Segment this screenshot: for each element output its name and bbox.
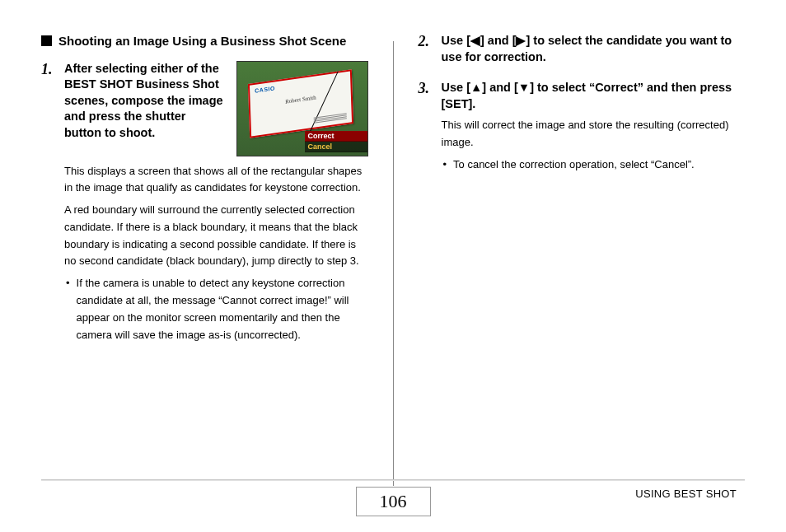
step-number: 2. — [419, 33, 435, 50]
step-3-para: This will correct the image and store th… — [442, 117, 746, 152]
bullet-icon: • — [64, 275, 70, 343]
menu-correct: Correct — [305, 131, 367, 142]
step-1-bullet-text: If the camera is unable to detect any ke… — [77, 275, 368, 343]
right-arrow-icon: ▶ — [516, 34, 526, 47]
step-1-body: This displays a screen that shows all of… — [64, 163, 368, 271]
section-heading: Shooting an Image Using a Business Shot … — [41, 33, 368, 49]
up-arrow-icon: ▲ — [470, 81, 482, 94]
column-divider — [393, 41, 394, 486]
footer-section-label: USING BEST SHOT — [635, 488, 737, 500]
menu-cancel: Cancel — [305, 142, 367, 152]
step-3-bullets: • To cancel the correction operation, se… — [442, 156, 746, 174]
step-2: 2. Use [◀] and [▶] to select the candida… — [419, 33, 746, 65]
down-arrow-icon: ▼ — [518, 81, 530, 94]
step-3: 3. Use [▲] and [▼] to select “Correct” a… — [419, 80, 746, 152]
step-1-para-1: This displays a screen that shows all of… — [64, 163, 368, 198]
step-number: 3. — [419, 80, 435, 97]
page-content: Shooting an Image Using a Business Shot … — [0, 0, 786, 469]
left-column: Shooting an Image Using a Business Shot … — [41, 33, 368, 469]
step-1-para-2: A red boundary will surround the current… — [64, 202, 368, 270]
camera-screenshot: CASIO Robert Smith Correct Cancel — [236, 61, 368, 156]
page-number: 106 — [356, 487, 431, 516]
step-1: 1. After selecting either of the BEST SH… — [41, 61, 368, 156]
step-1-bullets: • If the camera is unable to detect any … — [64, 275, 368, 343]
right-column: 2. Use [◀] and [▶] to select the candida… — [419, 33, 746, 469]
bullet-icon: • — [442, 156, 447, 174]
card-brand: CASIO — [255, 85, 275, 93]
step-3-title: Use [▲] and [▼] to select “Correct” and … — [442, 80, 746, 112]
correction-menu: Correct Cancel — [305, 131, 367, 152]
page-footer: 106 USING BEST SHOT — [0, 479, 786, 532]
left-arrow-icon: ◀ — [470, 34, 480, 47]
business-card-graphic: CASIO Robert Smith — [247, 69, 353, 138]
heading-text: Shooting an Image Using a Business Shot … — [58, 33, 346, 49]
step-number: 1. — [41, 61, 58, 78]
step-3-bullet-text: To cancel the correction operation, sele… — [453, 156, 695, 174]
step-1-title: After selecting either of the BEST SHOT … — [64, 61, 227, 142]
square-bullet-icon — [41, 35, 52, 46]
step-2-title: Use [◀] and [▶] to select the candidate … — [442, 33, 746, 65]
